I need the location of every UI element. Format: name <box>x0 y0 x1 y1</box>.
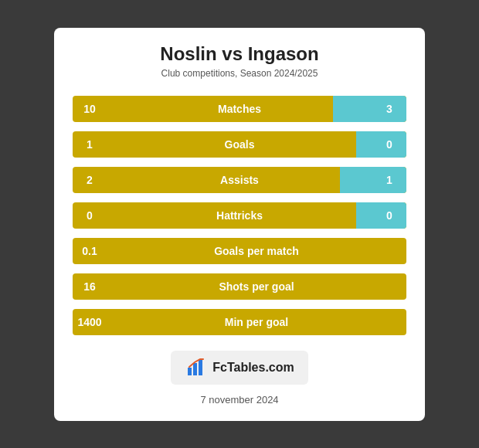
svg-rect-0 <box>188 368 192 375</box>
match-title: Noslin vs Ingason <box>73 43 406 65</box>
stat-bar: 1400Min per goal <box>73 309 406 335</box>
stat-bar: 0.1Goals per match <box>73 238 406 264</box>
main-card: Noslin vs Ingason Club competitions, Sea… <box>54 28 425 421</box>
stat-label: Shots per goal <box>107 280 406 293</box>
stats-table: 10Matches31Goals02Assists10Hattricks00.1… <box>73 93 406 338</box>
stat-row: 16Shots per goal <box>73 273 406 300</box>
stat-right-value: 1 <box>372 174 406 186</box>
stat-left-value: 0.1 <box>73 245 107 257</box>
stat-label: Hattricks <box>107 209 372 222</box>
stat-left-value: 16 <box>73 280 107 293</box>
stat-row: 1400Min per goal <box>73 309 406 335</box>
stat-row: 10Matches3 <box>73 96 406 122</box>
stat-left-value: 0 <box>73 209 107 222</box>
logo-area: FcTables.com <box>73 351 406 385</box>
fctables-logo-icon <box>185 357 206 378</box>
stat-right-value: 0 <box>372 209 406 222</box>
logo-text: FcTables.com <box>212 361 294 375</box>
stat-right-value: 3 <box>372 103 406 115</box>
stat-left-value: 10 <box>73 103 107 115</box>
stat-row: 1Goals0 <box>73 131 406 158</box>
stat-left-value: 1400 <box>73 316 107 328</box>
footer-date: 7 november 2024 <box>73 394 406 406</box>
svg-rect-1 <box>193 363 197 375</box>
stat-label: Assists <box>107 174 372 186</box>
stat-label: Goals <box>107 138 372 151</box>
stat-label: Matches <box>107 103 372 115</box>
stat-bar: 2Assists1 <box>73 167 406 193</box>
logo-box: FcTables.com <box>171 351 308 385</box>
stat-label: Goals per match <box>107 245 406 257</box>
stat-left-value: 1 <box>73 138 107 151</box>
stat-row: 2Assists1 <box>73 167 406 193</box>
stat-bar: 10Matches3 <box>73 96 406 122</box>
svg-rect-2 <box>199 360 202 375</box>
stat-left-value: 2 <box>73 174 107 186</box>
stat-bar: 1Goals0 <box>73 131 406 158</box>
stat-label: Min per goal <box>107 316 406 328</box>
stat-bar: 0Hattricks0 <box>73 202 406 229</box>
stat-bar: 16Shots per goal <box>73 273 406 300</box>
page-container: ? Noslin vs Ingason Club competitions, S… <box>0 28 479 421</box>
stat-row: 0Hattricks0 <box>73 202 406 229</box>
stat-right-value: 0 <box>372 138 406 151</box>
stat-row: 0.1Goals per match <box>73 238 406 264</box>
match-subtitle: Club competitions, Season 2024/2025 <box>73 68 406 79</box>
